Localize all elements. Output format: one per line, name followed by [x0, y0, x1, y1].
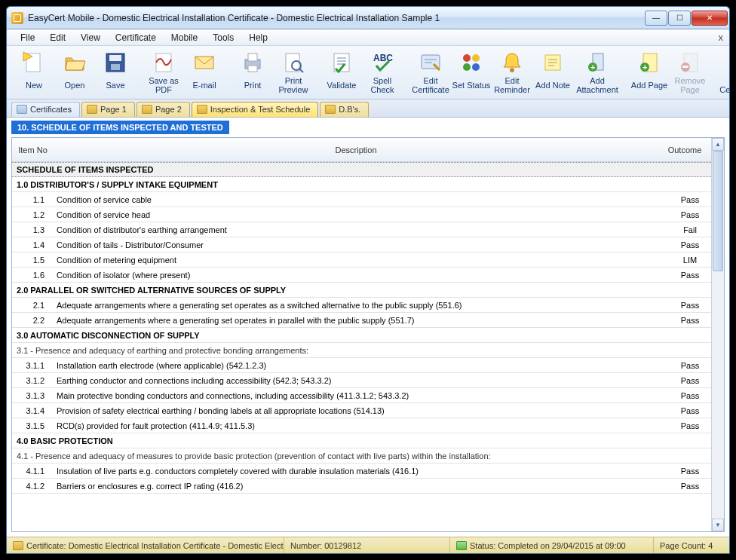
folder-icon: [87, 105, 97, 114]
scroll-up-button[interactable]: ▲: [712, 138, 724, 151]
add-page-button[interactable]: +Add Page: [630, 49, 669, 97]
app-icon: [11, 12, 23, 24]
category-row: 1.0 DISTRIBUTOR'S / SUPPLY INTAKE EQUIPM…: [12, 177, 711, 192]
cell-description: Adequate arrangements where a generating…: [54, 314, 669, 327]
ribbon-toolbar: New Open Save Save as PDF E-mail Print P…: [7, 46, 729, 99]
svg-rect-30: [682, 66, 688, 68]
cell-outcome[interactable]: LIM: [669, 256, 711, 265]
cell-outcome[interactable]: Pass: [669, 467, 711, 476]
email-button[interactable]: E-mail: [185, 49, 224, 97]
table-row[interactable]: 1.1Condition of service cablePass: [12, 192, 711, 207]
scroll-down-button[interactable]: ▼: [712, 519, 724, 531]
scroll-thumb[interactable]: [713, 151, 723, 271]
menu-tools[interactable]: Tools: [207, 31, 240, 44]
pdf-icon: [152, 50, 176, 75]
table-row[interactable]: 3.1.3Main protective bonding conductors …: [12, 388, 711, 403]
status-certificate: Certificate: Domestic Electrical Install…: [7, 537, 284, 553]
col-outcome[interactable]: Outcome: [658, 145, 711, 155]
edit-reminder-button[interactable]: Edit Reminder: [492, 49, 532, 97]
set-status-button[interactable]: Set Status: [452, 49, 491, 97]
status-pagecount: Page Count: 4: [654, 537, 729, 553]
add-page-icon: +: [637, 50, 661, 75]
subnote-row: 4.1 - Presence and adequacy of measures …: [12, 448, 711, 464]
category-row: 4.0 BASIC PROTECTION: [12, 433, 711, 448]
cell-item-no: 3.1.5: [12, 421, 54, 430]
add-note-button[interactable]: Add Note: [533, 49, 572, 97]
remove-page-button[interactable]: Remove Page: [670, 49, 710, 97]
cell-item-no: 3.1.1: [12, 361, 54, 370]
add-attachment-button[interactable]: +Add Attachment: [574, 49, 621, 97]
cell-outcome[interactable]: Pass: [669, 391, 711, 400]
scroll-track[interactable]: [712, 151, 724, 519]
section-title-row: SCHEDULE OF ITEMS INSPECTED: [12, 162, 711, 177]
status-state: Status: Completed on 29/04/2015 at 09:00: [450, 537, 654, 553]
cell-outcome[interactable]: Pass: [669, 361, 711, 370]
cell-item-no: 4.1.1: [12, 467, 54, 476]
open-button[interactable]: Open: [55, 49, 94, 97]
cell-outcome[interactable]: Pass: [669, 406, 711, 415]
edit-cert-icon: [419, 50, 443, 75]
save-button[interactable]: Save: [96, 49, 135, 97]
cell-description: Main protective bonding conductors and c…: [54, 389, 669, 402]
tab-inspection[interactable]: Inspection & Test Schedule: [192, 102, 319, 117]
menu-certificate[interactable]: Certificate: [109, 31, 162, 44]
print-preview-button[interactable]: Print Preview: [274, 49, 313, 97]
table-row[interactable]: 3.1.4Provision of safety electrical eart…: [12, 403, 711, 418]
maximize-button[interactable]: ☐: [668, 11, 691, 26]
spell-check-button[interactable]: ABCSpell Check: [363, 49, 402, 97]
cell-outcome[interactable]: Pass: [669, 376, 711, 385]
menu-help[interactable]: Help: [243, 31, 274, 44]
menu-edit[interactable]: Edit: [44, 31, 72, 44]
table-row[interactable]: 4.1.2Barriers or enclosures e.g. correct…: [12, 479, 711, 494]
cell-outcome[interactable]: Pass: [669, 301, 711, 310]
mdi-close-icon[interactable]: x: [719, 32, 724, 43]
table-row[interactable]: 1.6Condition of isolator (where present)…: [12, 268, 711, 283]
menu-file[interactable]: File: [14, 31, 41, 44]
cell-outcome[interactable]: Pass: [669, 482, 711, 491]
svg-point-18: [463, 63, 471, 71]
cell-item-no: 2.1: [12, 301, 54, 310]
table-row[interactable]: 1.5Condition of metering equipmentLIM: [12, 252, 711, 268]
titlebar: EasyCert Mobile - Domestic Electrical In…: [7, 7, 729, 29]
menu-mobile[interactable]: Mobile: [165, 31, 204, 44]
minimize-button[interactable]: —: [645, 11, 667, 26]
cell-outcome[interactable]: Pass: [669, 240, 711, 249]
cell-outcome[interactable]: Pass: [669, 271, 711, 280]
print-button[interactable]: Print: [233, 49, 272, 97]
tab-page2[interactable]: Page 2: [136, 102, 190, 117]
table-row[interactable]: 2.1Adequate arrangements where a generat…: [12, 298, 711, 313]
cell-outcome[interactable]: Fail: [669, 225, 711, 234]
menubar: File Edit View Certificate Mobile Tools …: [7, 29, 729, 46]
table-row[interactable]: 3.1.2Earthing conductor and connections …: [12, 373, 711, 388]
edit-certificate-button[interactable]: Edit Certificate: [411, 49, 450, 97]
cell-outcome[interactable]: Pass: [669, 421, 711, 430]
cell-outcome[interactable]: Pass: [669, 195, 711, 204]
vertical-scrollbar[interactable]: ▲ ▼: [711, 138, 724, 531]
col-item-no[interactable]: Item No: [12, 145, 54, 155]
menu-view[interactable]: View: [75, 31, 106, 44]
col-description[interactable]: Description: [54, 145, 658, 155]
table-row[interactable]: 3.1.1Installation earth electrode (where…: [12, 358, 711, 373]
tab-certificates[interactable]: Certificates: [11, 102, 80, 117]
tab-page1[interactable]: Page 1: [81, 102, 135, 117]
grid-body[interactable]: SCHEDULE OF ITEMS INSPECTED1.0 DISTRIBUT…: [12, 162, 711, 531]
svg-rect-8: [248, 54, 257, 61]
cell-description: RCD(s) provided for fault protection (41…: [54, 419, 669, 433]
cell-outcome[interactable]: Pass: [669, 210, 711, 219]
table-row[interactable]: 1.2Condition of service headPass: [12, 207, 711, 222]
tab-dbs[interactable]: D.B's.: [320, 102, 369, 117]
close-button[interactable]: ✕: [692, 11, 728, 26]
save-as-pdf-button[interactable]: Save as PDF: [144, 49, 183, 97]
new-button[interactable]: New: [14, 49, 54, 97]
table-row[interactable]: 4.1.1Insulation of live parts e.g. condu…: [12, 464, 711, 479]
cell-outcome[interactable]: Pass: [669, 316, 711, 325]
validate-button[interactable]: Validate: [322, 49, 361, 97]
document-tabstrip: Certificates Page 1 Page 2 Inspection & …: [7, 99, 729, 118]
find-certificate-button[interactable]: Find Certificate: [719, 49, 730, 97]
table-row[interactable]: 1.3Condition of distributor's earthing a…: [12, 222, 711, 237]
table-row[interactable]: 3.1.5RCD(s) provided for fault protectio…: [12, 418, 711, 433]
table-row[interactable]: 2.2Adequate arrangements where a generat…: [12, 313, 711, 328]
folder-icon: [13, 541, 23, 550]
svg-rect-9: [248, 66, 257, 72]
table-row[interactable]: 1.4Condition of tails - Distributor/Cons…: [12, 237, 711, 252]
